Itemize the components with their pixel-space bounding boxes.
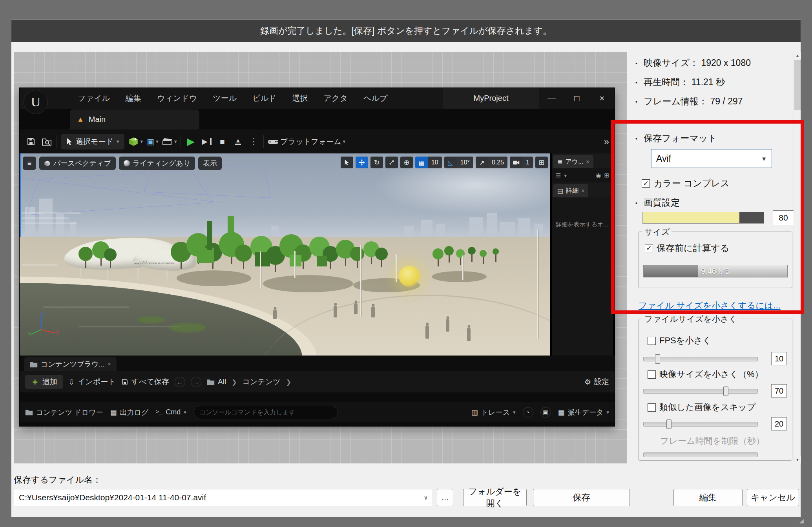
folder-icon (25, 409, 33, 416)
add-column-icon: ⊞ (604, 172, 609, 179)
duration-info: ▪ 再生時間： 11.21 秒 (635, 74, 725, 90)
reduce-fps-value-input[interactable] (771, 352, 787, 365)
debug-text (22, 212, 81, 214)
show-label: 表示 (203, 159, 217, 168)
show-dropdown: 表示 (198, 157, 222, 170)
filename-combobox[interactable]: ∨ (14, 489, 432, 506)
details-tab-bar: ▤ 詳細 × (552, 182, 613, 197)
console-icon: >_ (155, 409, 162, 416)
scale-tool-icon (385, 157, 398, 168)
skip-similar-checkbox[interactable] (648, 403, 656, 412)
derived-data-label: 派生データ (568, 408, 604, 417)
scroll-down-icon[interactable]: ▼ (794, 456, 801, 463)
browse-button[interactable]: ... (437, 489, 453, 506)
skip-similar-label: 類似した画像をスキップ (659, 401, 756, 413)
import-button: ⇩ インポート (68, 377, 116, 387)
frame-info-label: フレーム情報： (644, 96, 708, 106)
breadcrumb-separator: ❯ (232, 378, 237, 386)
scroll-up-icon[interactable]: ▲ (794, 52, 801, 59)
resize-grip-icon: ◢ (799, 518, 806, 524)
import-icon: ⇩ (68, 377, 75, 387)
close-icon: × (586, 159, 589, 165)
content-drawer-label: コンテンツ ドロワー (36, 408, 103, 417)
rotation-snap-value: 10° (457, 157, 473, 168)
chevron-down-icon: ▾ (117, 139, 119, 144)
level-tab-bar: ▲ Main (20, 109, 615, 129)
moss (169, 323, 206, 332)
snapshot-icon: ▣ (540, 407, 551, 418)
glowing-sphere (399, 266, 420, 287)
skip-similar-value-input[interactable] (771, 417, 787, 430)
filename-label: 保存するファイル名： (14, 474, 101, 486)
cube-icon (44, 160, 51, 167)
preview-area: U ファイル 編集 ウィンドウ ツール ビルド 選択 アクタ ヘルプ MyPro… (14, 52, 627, 463)
viewport-layout-icon: ⊞ (535, 157, 548, 168)
skip-similar-slider[interactable] (643, 422, 758, 427)
reduce-fps-slider[interactable] (643, 357, 758, 361)
project-title: MyProject (443, 88, 539, 109)
output-log-label: 出力ログ (120, 408, 148, 417)
derived-data-dropdown: ▦ 派生データ ▾ (558, 408, 609, 417)
perspective-dropdown: パースペクティブ (39, 157, 116, 170)
slider-thumb[interactable] (723, 387, 728, 396)
bullet-icon: ▪ (635, 60, 637, 66)
cancel-button[interactable]: キャンセル (747, 489, 799, 506)
level-tab-label: Main (89, 115, 106, 124)
reduce-scale-checkbox[interactable] (648, 370, 656, 379)
viewport-controls-left: ≡ パースペクティブ ライティングあり 表示 (23, 157, 222, 170)
folder-icon (30, 361, 38, 368)
stop-icon: ■ (216, 134, 228, 150)
more-options-icon: ⋮ (248, 134, 259, 150)
filter-icon: ☰ (556, 172, 561, 179)
tab-details: ▤ 詳細 × (553, 184, 588, 197)
camera-speed-control: 1 (510, 157, 533, 168)
menu-help: ヘルプ (356, 93, 395, 104)
bullet-icon: ▪ (635, 79, 637, 86)
menu-build: ビルド (245, 93, 284, 104)
details-tab-label: 詳細 (566, 187, 578, 195)
browse-content-icon (41, 134, 53, 150)
trace-icon: ▥ (471, 408, 478, 417)
insights-icon: ◔ (523, 407, 533, 418)
axis-gizmo: Z X Y (31, 312, 66, 339)
open-folder-button[interactable]: フォルダーを開く (463, 489, 527, 506)
banner-message: 録画が完了しました。[保存] ボタンを押すとファイルが保存されます。 (11, 20, 801, 42)
chevron-down-icon: ▾ (156, 139, 159, 144)
filename-input[interactable] (14, 493, 420, 502)
slider-thumb[interactable] (666, 419, 671, 429)
frame-info: ▪ フレーム情報： 79 / 297 (635, 93, 743, 109)
chevron-down-icon: ▾ (513, 409, 516, 415)
scale-snap-value: 0.25 (488, 157, 507, 168)
reduce-size-groupbox: ファイルサイズを小さく FPSを小さく 映像サイズを小さく（%） (638, 319, 792, 461)
frame-limit-slider[interactable] (643, 452, 758, 457)
gear-icon: ⚙ (584, 377, 591, 387)
viewport-controls-right: ↻ ⊕ ▦ 10 ◺ 10° (341, 157, 548, 168)
chevron-down-icon: ▾ (140, 139, 143, 144)
grid-snap-icon: ▦ (415, 157, 428, 168)
divider (57, 135, 57, 148)
scrollbar-thumb[interactable] (794, 60, 801, 110)
select-mode-label: 選択モード (76, 137, 113, 147)
save-icon (121, 378, 128, 385)
save-button[interactable]: 保存 (533, 489, 630, 506)
details-icon: ▤ (557, 187, 563, 195)
camera-icon (510, 157, 522, 168)
reduce-scale-slider[interactable] (643, 389, 758, 394)
editor-main-row: the NPR effect is enabled Z X Y (20, 153, 615, 356)
edit-button[interactable]: 編集 (673, 489, 743, 506)
reduce-fps-checkbox[interactable] (648, 337, 656, 345)
reduce-fps-label: FPSを小さく (659, 335, 711, 346)
chevron-down-icon[interactable]: ∨ (420, 494, 432, 501)
gamepad-icon (268, 138, 279, 146)
chevron-down-icon: ▾ (343, 139, 346, 144)
chevron-down-icon: ▾ (184, 409, 186, 415)
reduce-scale-value-input[interactable] (771, 384, 787, 398)
skip-similar-row: 類似した画像をスキップ (648, 401, 756, 413)
trace-dropdown: ▥ トレース ▾ (471, 408, 516, 417)
lit-icon (124, 160, 130, 166)
npr-note-text: the NPR effect is enabled (134, 260, 174, 264)
frame-limit-label: フレーム時間を制限（秒） (660, 435, 765, 447)
content-drawer-button: コンテンツ ドロワー (25, 408, 103, 417)
camera-speed-value: 1 (522, 157, 533, 168)
slider-thumb[interactable] (655, 354, 660, 364)
